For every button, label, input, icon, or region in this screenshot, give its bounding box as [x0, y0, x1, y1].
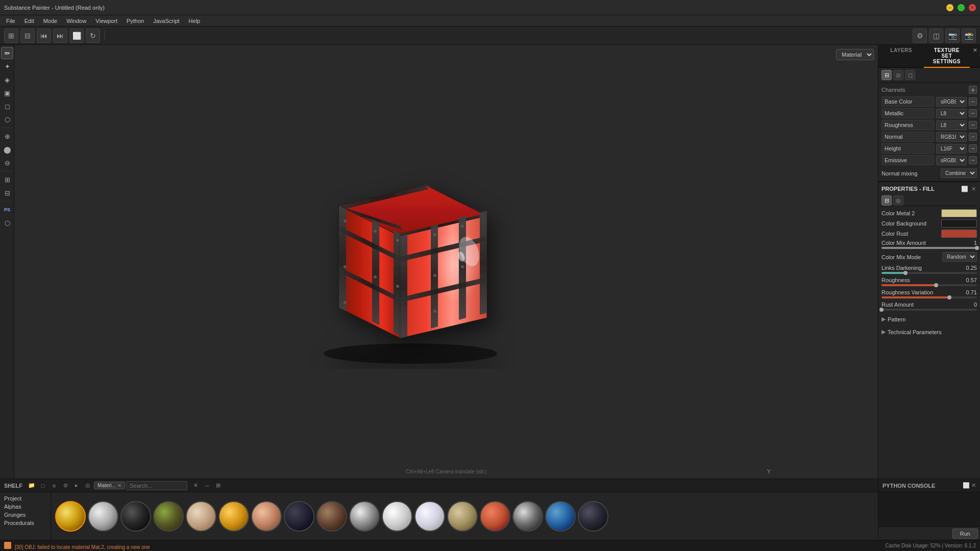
menu-viewport[interactable]: Viewport [91, 17, 121, 25]
material-thumb-skin[interactable] [251, 501, 282, 532]
toolbar-layers-btn[interactable]: ◫ [929, 29, 943, 43]
color-background-swatch[interactable] [941, 219, 977, 228]
toolbar-prev-btn[interactable]: ⏮ [37, 29, 51, 43]
viewport-mode-select[interactable]: Material Mask UV [836, 49, 874, 60]
tab-layers[interactable]: LAYERS [878, 45, 924, 67]
material-thumb-white[interactable] [382, 501, 412, 532]
icon-bake[interactable]: ◎ [893, 70, 903, 80]
color-mix-amount-slider[interactable] [881, 247, 977, 249]
material-thumb-gold2[interactable] [218, 501, 249, 532]
material-thumb-gold[interactable] [55, 501, 86, 532]
material-thumb-leaf[interactable] [153, 501, 184, 532]
channel-emissive-remove[interactable]: − [969, 156, 977, 164]
material-thumb-silver[interactable] [88, 501, 118, 532]
tool-ps[interactable]: PS [1, 204, 13, 216]
tab-texture-set[interactable]: TEXTURE SET SETTINGS [924, 45, 969, 68]
shelf-item-project[interactable]: Project [2, 494, 48, 503]
menu-python[interactable]: Python [122, 17, 148, 25]
tool-transform[interactable]: ⊞ [1, 173, 13, 186]
toolbar-snapshot-btn[interactable]: 📸 [962, 29, 976, 43]
shelf-filter-btn[interactable]: ⊘ [60, 481, 70, 491]
links-darkening-slider[interactable] [881, 272, 977, 274]
toolbar-grid-btn[interactable]: ⊞ [4, 29, 18, 43]
prop-icon-fill[interactable]: ⊟ [881, 195, 892, 206]
channel-roughness-remove[interactable]: − [969, 121, 977, 129]
channel-normal-remove[interactable]: − [969, 133, 977, 141]
menu-javascript[interactable]: JavaScript [149, 17, 183, 25]
tool-color[interactable]: ⬤ [1, 143, 13, 156]
python-run-button[interactable]: Run [952, 529, 978, 539]
material-thumb-blue[interactable] [545, 501, 576, 532]
material-thumb-brown[interactable] [316, 501, 347, 532]
material-thumb-chrome[interactable] [349, 501, 380, 532]
shelf-item-procedurals[interactable]: Procedurals [2, 519, 48, 527]
material-thumb-dark3[interactable] [578, 501, 608, 532]
channel-metallic-remove[interactable]: − [969, 109, 977, 117]
menu-window[interactable]: Window [62, 17, 90, 25]
icon-channels[interactable]: ⊟ [881, 70, 892, 80]
shelf-new-btn[interactable]: □ [38, 481, 48, 491]
tab-close[interactable]: ✕ [970, 45, 981, 67]
menu-help[interactable]: Help [185, 17, 205, 25]
tool-eraser[interactable]: ⊖ [1, 157, 13, 169]
shelf-filter2-btn[interactable]: ▸ [71, 481, 82, 491]
toolbar-next-btn[interactable]: ⏭ [53, 29, 67, 43]
menu-mode[interactable]: Mode [39, 17, 62, 25]
icon-mesh[interactable]: ◻ [905, 70, 915, 80]
toolbar-view-btn[interactable]: ⬜ [69, 29, 84, 43]
shelf-close-btn[interactable]: ✕ [190, 481, 201, 491]
material-thumb-dark2[interactable] [284, 501, 314, 532]
channel-emissive-format[interactable]: sRGB8 [936, 156, 967, 165]
shelf-folder-btn[interactable]: 📁 [27, 481, 37, 491]
channel-metallic-format[interactable]: L8 [936, 109, 967, 118]
tool-select[interactable]: ⊟ [1, 187, 13, 199]
toolbar-rotate-btn[interactable]: ↻ [86, 29, 100, 43]
python-console-content[interactable] [878, 492, 980, 527]
channel-basecolor-remove[interactable]: − [969, 97, 977, 106]
technical-params-header[interactable]: ▶ Technical Parameters [881, 327, 977, 337]
material-thumb-dark[interactable] [120, 501, 151, 532]
properties-expand-btn[interactable]: ⬜ [961, 185, 968, 192]
toolbar-grid2-btn[interactable]: ⊟ [20, 29, 35, 43]
material-thumb-beige[interactable] [186, 501, 216, 532]
tool-mask[interactable]: ◻ [1, 100, 13, 112]
rust-amount-slider[interactable] [881, 309, 977, 311]
channel-basecolor-format[interactable]: sRGB8 [936, 97, 967, 107]
roughness-slider[interactable] [881, 284, 977, 286]
python-close-btn[interactable]: ✕ [971, 482, 976, 489]
menu-edit[interactable]: Edit [20, 17, 38, 25]
shelf-list-btn[interactable]: ≡ [49, 481, 59, 491]
material-thumb-copper[interactable] [480, 501, 510, 532]
tool-picker[interactable]: ⊕ [1, 130, 13, 142]
shelf-item-grunges[interactable]: Grunges [2, 511, 48, 519]
tool-paint[interactable]: ✏ [1, 47, 13, 59]
prop-icon-paint[interactable]: ◎ [893, 195, 903, 206]
material-thumb-tan[interactable] [447, 501, 478, 532]
shelf-search-input[interactable] [126, 481, 187, 490]
tool-extra[interactable]: ⬡ [1, 217, 13, 229]
color-mix-mode-select[interactable]: Random Linear [942, 252, 977, 262]
tool-polygon[interactable]: ⬡ [1, 113, 13, 126]
properties-close-btn[interactable]: ✕ [970, 185, 977, 192]
shelf-item-alphas[interactable]: Alphas [2, 503, 48, 511]
toolbar-settings-btn[interactable]: ⚙ [913, 29, 927, 43]
tool-clone[interactable]: ◈ [1, 73, 13, 86]
menu-file[interactable]: File [2, 17, 19, 25]
roughness-variation-slider[interactable] [881, 296, 977, 298]
channel-height-format[interactable]: L16F [936, 144, 967, 154]
shelf-grid-btn[interactable]: ⊞ [213, 481, 223, 491]
close-button[interactable]: ✕ [969, 4, 976, 11]
color-metal2-swatch[interactable] [941, 209, 977, 217]
channel-roughness-format[interactable]: L8 [936, 120, 967, 130]
material-thumb-sphere[interactable] [512, 501, 543, 532]
material-thumb-white2[interactable] [414, 501, 445, 532]
channel-normal-format[interactable]: RGB16F [936, 132, 967, 142]
shelf-minimize-btn[interactable]: ─ [202, 481, 212, 491]
pattern-header[interactable]: ▶ Pattern [881, 314, 977, 324]
viewport[interactable]: Material Mask UV [14, 45, 878, 479]
toolbar-camera-btn[interactable]: 📷 [945, 29, 960, 43]
color-rust-swatch[interactable] [941, 230, 977, 238]
minimize-button[interactable]: ─ [946, 4, 953, 11]
tool-smudge[interactable]: ✦ [1, 60, 13, 72]
normal-mixing-select[interactable]: Combine Replace [941, 168, 977, 178]
